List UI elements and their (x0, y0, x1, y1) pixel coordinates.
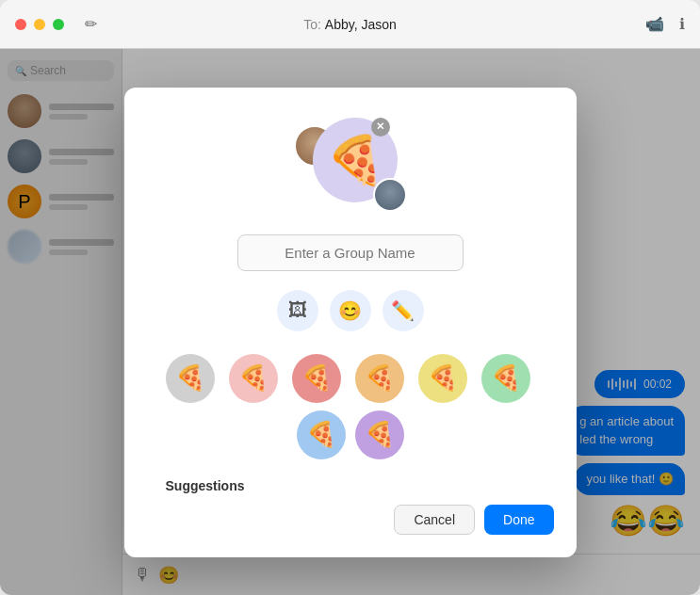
swatch-green[interactable]: 🍕 (481, 354, 530, 403)
cancel-button[interactable]: Cancel (394, 505, 475, 535)
swatch-orange[interactable]: 🍕 (355, 354, 404, 403)
modal-overlay: 🍕 ✕ 🖼 😊 ✏️ 🍕 🍕 🍕 (0, 49, 700, 595)
group-name-modal: 🍕 ✕ 🖼 😊 ✏️ 🍕 🍕 🍕 (124, 88, 577, 557)
app-window: ✏ To: Abby, Jason 📹 ℹ 🔍 Search (0, 0, 700, 595)
titlebar: ✏ To: Abby, Jason 📹 ℹ (0, 0, 700, 49)
titlebar-icons: 📹 ℹ (645, 15, 685, 33)
remove-icon[interactable]: ✕ (371, 118, 390, 137)
to-label: To: (303, 17, 321, 32)
info-icon[interactable]: ℹ (679, 15, 685, 33)
compose-icon[interactable]: ✏ (85, 15, 97, 33)
recipient-names: Abby, Jason (325, 17, 397, 32)
main-content: 🔍 Search P (0, 49, 700, 595)
group-avatar-secondary (373, 178, 407, 212)
close-button[interactable] (15, 19, 26, 30)
avatar-group: 🍕 ✕ (294, 118, 407, 212)
color-swatches-row2: 🍕 🍕 (278, 410, 423, 459)
swatch-blue[interactable]: 🍕 (297, 410, 346, 459)
swatch-yellow[interactable]: 🍕 (418, 354, 467, 403)
video-icon[interactable]: 📹 (645, 15, 664, 33)
group-name-input[interactable] (237, 234, 464, 271)
minimize-button[interactable] (34, 19, 45, 30)
color-swatches-row1: 🍕 🍕 🍕 🍕 🍕 🍕 (147, 354, 554, 403)
pencil-action-button[interactable]: ✏️ (383, 290, 424, 331)
swatch-rose[interactable]: 🍕 (292, 354, 341, 403)
action-buttons: 🖼 😊 ✏️ (277, 290, 424, 331)
photo-action-button[interactable]: 🖼 (277, 290, 318, 331)
pizza-emoji: 🍕 (326, 133, 384, 187)
swatch-gray[interactable]: 🍕 (166, 354, 215, 403)
suggestions-header: Suggestions (147, 478, 554, 493)
swatch-pink[interactable]: 🍕 (229, 354, 278, 403)
done-button[interactable]: Done (484, 505, 553, 535)
maximize-button[interactable] (53, 19, 64, 30)
emoji-action-button[interactable]: 😊 (330, 290, 371, 331)
titlebar-center: To: Abby, Jason (303, 17, 397, 32)
traffic-lights (15, 19, 64, 30)
modal-footer: Cancel Done (147, 505, 554, 535)
swatch-purple[interactable]: 🍕 (355, 410, 404, 459)
